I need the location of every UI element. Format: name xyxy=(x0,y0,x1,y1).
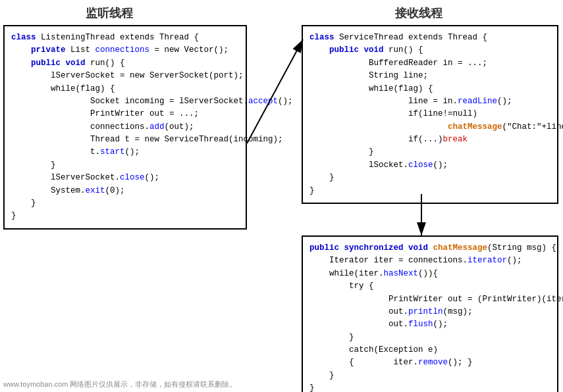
code-line: String line; xyxy=(309,70,550,82)
code-line: out.flush(); xyxy=(309,318,550,331)
code-line: PrintWriter out = (PrintWriter)(iter.nex… xyxy=(309,293,550,306)
code-line: lServerSocket.close(); xyxy=(11,172,239,184)
code-line: if(line!=null) xyxy=(309,108,550,120)
bottom-code-box: public synchronized void chatMessage(Str… xyxy=(302,235,558,392)
right-code-box: class ServiceThread extends Thread { pub… xyxy=(302,25,558,204)
code-line: } xyxy=(11,159,239,172)
code-line: } xyxy=(11,210,239,222)
left-title: 监听线程 xyxy=(86,5,133,21)
code-line: t.start(); xyxy=(11,146,239,159)
watermark: www.toymoban.com 网络图片仅供展示，非存储，如有侵权请联系删除。 xyxy=(3,380,236,389)
code-line: } xyxy=(309,382,550,392)
code-line: out.println(msg); xyxy=(309,306,550,318)
code-line: catch(Exception e) xyxy=(309,344,550,356)
code-line: } xyxy=(309,370,550,382)
code-line: Socket incoming = lServerSocket.accept()… xyxy=(11,95,239,108)
code-line: Iterator iter = connections.iterator(); xyxy=(309,255,550,267)
code-line: connections.add(out); xyxy=(11,121,239,134)
code-line: public void run() { xyxy=(309,44,550,57)
code-line: PrintWriter out = ...; xyxy=(11,108,239,120)
code-line: line = in.readLine(); xyxy=(309,95,550,108)
code-line: class ServiceThread extends Thread { xyxy=(309,32,550,44)
code-line: if(...)break xyxy=(309,134,550,146)
code-line: lServerSocket = new ServerSocket(port); xyxy=(11,70,239,82)
code-line: while(flag) { xyxy=(11,83,239,95)
svg-line-1 xyxy=(247,39,303,143)
code-line: } xyxy=(309,185,550,197)
left-code-box: class ListeningThread extends Thread { p… xyxy=(3,25,247,230)
code-line: chatMessage("Chat:"+line); xyxy=(309,121,550,134)
code-line: BufferedReader in = ...; xyxy=(309,57,550,70)
code-line: Thread t = new ServiceThread(incoming); xyxy=(11,134,239,146)
code-line: lSocket.close(); xyxy=(309,159,550,172)
code-line: { iter.remove(); } xyxy=(309,356,550,369)
code-line: } xyxy=(309,331,550,344)
code-line: public synchronized void chatMessage(Str… xyxy=(309,242,550,255)
code-line: try { xyxy=(309,280,550,293)
code-line: while(flag) { xyxy=(309,83,550,95)
code-line: public void run() { xyxy=(11,57,239,70)
right-title: 接收线程 xyxy=(395,5,442,21)
code-line: System.exit(0); xyxy=(11,185,239,197)
code-line: while(iter.hasNext()){ xyxy=(309,268,550,280)
code-line: } xyxy=(309,146,550,159)
code-line: private List connections = new Vector(); xyxy=(11,44,239,57)
code-line: } xyxy=(11,197,239,210)
code-line: class ListeningThread extends Thread { xyxy=(11,32,239,44)
code-line: } xyxy=(309,172,550,184)
